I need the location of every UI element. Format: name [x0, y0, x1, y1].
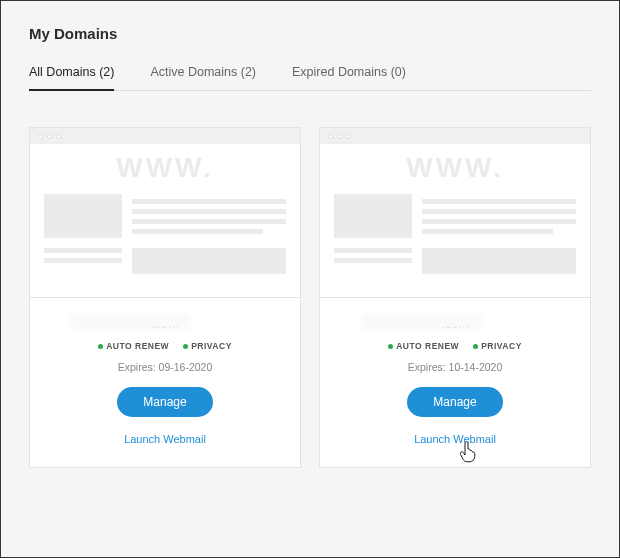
redacted-strip — [361, 314, 481, 330]
skeleton-block — [422, 248, 576, 274]
expires-text: Expires: 10-14-2020 — [330, 361, 580, 373]
privacy-badge: PRIVACY — [473, 341, 522, 351]
page-title: My Domains — [29, 25, 591, 42]
auto-renew-label: AUTO RENEW — [396, 341, 459, 351]
domain-thumbnail: WWW. — [320, 128, 590, 298]
skeleton-line — [422, 229, 553, 234]
thumbnail-body: WWW. — [30, 144, 300, 297]
domain-card: WWW. — [29, 127, 301, 468]
domain-badges: AUTO RENEW PRIVACY — [330, 341, 580, 351]
auto-renew-badge: AUTO RENEW — [388, 341, 459, 351]
tab-active-domains[interactable]: Active Domains (2) — [150, 65, 256, 91]
privacy-label: PRIVACY — [481, 341, 522, 351]
browser-chrome-bar — [320, 128, 590, 144]
thumbnail-body: WWW. — [320, 144, 590, 297]
status-dot-icon — [98, 344, 103, 349]
domain-badges: AUTO RENEW PRIVACY — [40, 341, 290, 351]
window-dot-icon — [47, 134, 52, 139]
launch-webmail-link[interactable]: Launch Webmail — [40, 433, 290, 445]
skeleton-line — [44, 248, 122, 253]
skeleton-line — [422, 219, 576, 224]
skeleton-line — [44, 258, 122, 263]
privacy-label: PRIVACY — [191, 341, 232, 351]
manage-button[interactable]: Manage — [117, 387, 212, 417]
tab-all-domains[interactable]: All Domains (2) — [29, 65, 114, 91]
domain-thumbnail: WWW. — [30, 128, 300, 298]
launch-webmail-link[interactable]: Launch Webmail — [330, 433, 580, 445]
domain-card-body: .com AUTO RENEW PRIVACY Expires: 10-14-2… — [320, 298, 590, 467]
skeleton-line — [132, 229, 263, 234]
status-dot-icon — [183, 344, 188, 349]
manage-button[interactable]: Manage — [407, 387, 502, 417]
skeleton-block — [334, 194, 412, 238]
auto-renew-label: AUTO RENEW — [106, 341, 169, 351]
skeleton-line — [132, 219, 286, 224]
skeleton-block — [132, 248, 286, 274]
domain-card: WWW. — [319, 127, 591, 468]
skeleton-line — [422, 209, 576, 214]
privacy-badge: PRIVACY — [183, 341, 232, 351]
domain-card-body: .com AUTO RENEW PRIVACY Expires: 09-16-2… — [30, 298, 300, 467]
skeleton-line — [334, 248, 412, 253]
status-dot-icon — [473, 344, 478, 349]
window-dot-icon — [56, 134, 61, 139]
www-placeholder-icon: WWW. — [334, 154, 576, 182]
status-dot-icon — [388, 344, 393, 349]
www-placeholder-icon: WWW. — [44, 154, 286, 182]
skeleton-block — [44, 194, 122, 238]
expires-text: Expires: 09-16-2020 — [40, 361, 290, 373]
skeleton-line — [132, 199, 286, 204]
window-dot-icon — [346, 134, 351, 139]
skeleton-line — [334, 258, 412, 263]
window-dot-icon — [328, 134, 333, 139]
redacted-strip — [71, 314, 191, 330]
window-dot-icon — [38, 134, 43, 139]
tabs: All Domains (2) Active Domains (2) Expir… — [29, 64, 591, 91]
browser-chrome-bar — [30, 128, 300, 144]
tab-expired-domains[interactable]: Expired Domains (0) — [292, 65, 406, 91]
skeleton-line — [132, 209, 286, 214]
domain-name: .com — [441, 316, 469, 331]
domain-name: .com — [151, 316, 179, 331]
domain-cards: WWW. — [29, 127, 591, 468]
auto-renew-badge: AUTO RENEW — [98, 341, 169, 351]
window-dot-icon — [337, 134, 342, 139]
skeleton-line — [422, 199, 576, 204]
